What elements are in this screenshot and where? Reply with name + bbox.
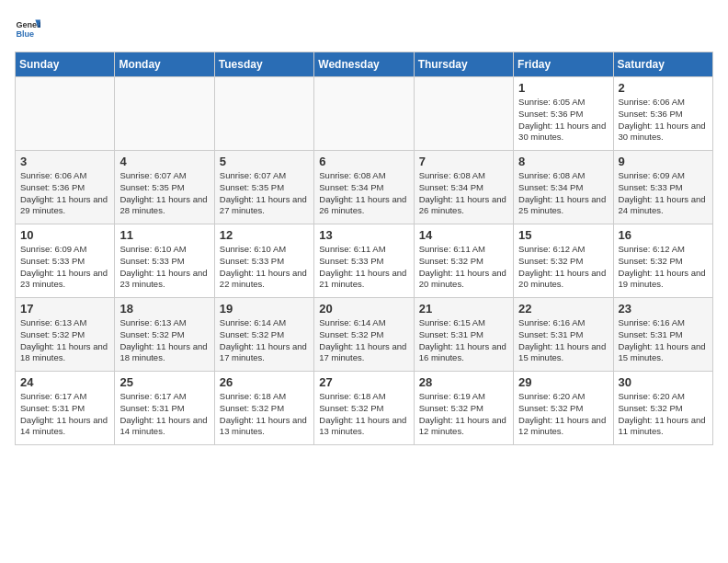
day-info: Sunrise: 6:20 AM Sunset: 5:32 PM Dayligh… [619,391,708,438]
day-number: 15 [518,228,608,242]
calendar-day-cell [314,77,414,151]
calendar-day-cell: 20Sunrise: 6:14 AM Sunset: 5:32 PM Dayli… [314,298,414,372]
calendar-day-cell: 27Sunrise: 6:18 AM Sunset: 5:32 PM Dayli… [314,372,414,445]
day-info: Sunrise: 6:08 AM Sunset: 5:34 PM Dayligh… [319,170,408,217]
day-info: Sunrise: 6:17 AM Sunset: 5:31 PM Dayligh… [119,391,209,438]
day-number: 20 [319,302,408,316]
calendar-day-cell: 11Sunrise: 6:10 AM Sunset: 5:33 PM Dayli… [115,224,214,298]
calendar-day-cell: 15Sunrise: 6:12 AM Sunset: 5:32 PM Dayli… [514,224,613,298]
day-number: 23 [619,302,708,316]
day-number: 29 [518,375,608,389]
calendar-day-cell: 14Sunrise: 6:11 AM Sunset: 5:32 PM Dayli… [414,224,513,298]
page-header: General Blue [15,15,713,40]
day-info: Sunrise: 6:09 AM Sunset: 5:33 PM Dayligh… [20,244,109,291]
day-number: 18 [119,302,209,316]
day-info: Sunrise: 6:19 AM Sunset: 5:32 PM Dayligh… [419,391,508,438]
day-number: 9 [619,155,708,168]
calendar-day-cell: 16Sunrise: 6:12 AM Sunset: 5:32 PM Dayli… [613,224,712,298]
calendar-day-cell: 29Sunrise: 6:20 AM Sunset: 5:32 PM Dayli… [514,372,613,445]
day-info: Sunrise: 6:16 AM Sunset: 5:31 PM Dayligh… [619,317,708,364]
day-number: 17 [20,302,109,316]
calendar-header-cell: Friday [514,52,613,77]
day-info: Sunrise: 6:11 AM Sunset: 5:33 PM Dayligh… [319,244,408,291]
day-info: Sunrise: 6:13 AM Sunset: 5:32 PM Dayligh… [119,317,209,364]
calendar-body: 1Sunrise: 6:05 AM Sunset: 5:36 PM Daylig… [16,77,713,445]
day-info: Sunrise: 6:12 AM Sunset: 5:32 PM Dayligh… [518,244,608,291]
day-info: Sunrise: 6:17 AM Sunset: 5:31 PM Dayligh… [20,391,109,438]
day-number: 5 [220,155,309,168]
calendar-day-cell: 30Sunrise: 6:20 AM Sunset: 5:32 PM Dayli… [613,372,712,445]
day-number: 24 [20,375,109,389]
calendar-day-cell: 18Sunrise: 6:13 AM Sunset: 5:32 PM Dayli… [115,298,214,372]
day-info: Sunrise: 6:16 AM Sunset: 5:31 PM Dayligh… [518,317,608,364]
day-info: Sunrise: 6:15 AM Sunset: 5:31 PM Dayligh… [419,317,508,364]
day-info: Sunrise: 6:11 AM Sunset: 5:32 PM Dayligh… [419,244,508,291]
calendar-day-cell [16,77,115,151]
calendar-week-row: 17Sunrise: 6:13 AM Sunset: 5:32 PM Dayli… [16,298,713,372]
day-info: Sunrise: 6:10 AM Sunset: 5:33 PM Dayligh… [220,244,309,291]
calendar-header-cell: Saturday [613,52,712,77]
calendar-day-cell: 28Sunrise: 6:19 AM Sunset: 5:32 PM Dayli… [414,372,513,445]
calendar-header-cell: Thursday [414,52,513,77]
calendar-day-cell: 3Sunrise: 6:06 AM Sunset: 5:36 PM Daylig… [16,151,115,224]
day-number: 1 [518,81,608,95]
calendar-day-cell: 22Sunrise: 6:16 AM Sunset: 5:31 PM Dayli… [514,298,613,372]
calendar-day-cell: 25Sunrise: 6:17 AM Sunset: 5:31 PM Dayli… [115,372,214,445]
day-info: Sunrise: 6:08 AM Sunset: 5:34 PM Dayligh… [419,170,508,217]
day-info: Sunrise: 6:06 AM Sunset: 5:36 PM Dayligh… [619,97,708,144]
day-info: Sunrise: 6:09 AM Sunset: 5:33 PM Dayligh… [619,170,708,217]
calendar-day-cell [214,77,313,151]
day-number: 2 [619,81,708,95]
day-info: Sunrise: 6:07 AM Sunset: 5:35 PM Dayligh… [119,170,209,217]
calendar-day-cell: 12Sunrise: 6:10 AM Sunset: 5:33 PM Dayli… [214,224,313,298]
day-number: 16 [619,228,708,242]
day-number: 11 [119,228,209,242]
calendar-day-cell: 19Sunrise: 6:14 AM Sunset: 5:32 PM Dayli… [214,298,313,372]
day-number: 28 [419,375,508,389]
calendar-table: SundayMondayTuesdayWednesdayThursdayFrid… [15,52,713,445]
calendar-day-cell [414,77,513,151]
day-number: 4 [119,155,209,168]
calendar-header-cell: Wednesday [314,52,414,77]
calendar-day-cell: 6Sunrise: 6:08 AM Sunset: 5:34 PM Daylig… [314,151,414,224]
calendar-day-cell: 9Sunrise: 6:09 AM Sunset: 5:33 PM Daylig… [613,151,712,224]
day-info: Sunrise: 6:10 AM Sunset: 5:33 PM Dayligh… [119,244,209,291]
day-info: Sunrise: 6:08 AM Sunset: 5:34 PM Dayligh… [518,170,608,217]
day-info: Sunrise: 6:12 AM Sunset: 5:32 PM Dayligh… [619,244,708,291]
day-info: Sunrise: 6:18 AM Sunset: 5:32 PM Dayligh… [220,391,309,438]
calendar-week-row: 10Sunrise: 6:09 AM Sunset: 5:33 PM Dayli… [16,224,713,298]
calendar-day-cell: 23Sunrise: 6:16 AM Sunset: 5:31 PM Dayli… [613,298,712,372]
calendar-day-cell: 24Sunrise: 6:17 AM Sunset: 5:31 PM Dayli… [16,372,115,445]
day-number: 22 [518,302,608,316]
day-info: Sunrise: 6:14 AM Sunset: 5:32 PM Dayligh… [220,317,309,364]
calendar-day-cell [115,77,214,151]
calendar-header-cell: Sunday [16,52,115,77]
day-number: 14 [419,228,508,242]
day-number: 7 [419,155,508,168]
calendar-day-cell: 8Sunrise: 6:08 AM Sunset: 5:34 PM Daylig… [514,151,613,224]
calendar-week-row: 24Sunrise: 6:17 AM Sunset: 5:31 PM Dayli… [16,372,713,445]
day-number: 8 [518,155,608,168]
calendar-day-cell: 13Sunrise: 6:11 AM Sunset: 5:33 PM Dayli… [314,224,414,298]
day-number: 6 [319,155,408,168]
day-number: 13 [319,228,408,242]
day-number: 21 [419,302,508,316]
day-info: Sunrise: 6:18 AM Sunset: 5:32 PM Dayligh… [319,391,408,438]
svg-text:Blue: Blue [16,29,34,39]
day-info: Sunrise: 6:07 AM Sunset: 5:35 PM Dayligh… [220,170,309,217]
day-number: 3 [20,155,109,168]
calendar-header-cell: Monday [115,52,214,77]
calendar-day-cell: 5Sunrise: 6:07 AM Sunset: 5:35 PM Daylig… [214,151,313,224]
day-info: Sunrise: 6:06 AM Sunset: 5:36 PM Dayligh… [20,170,109,217]
calendar-header-cell: Tuesday [214,52,313,77]
calendar-day-cell: 4Sunrise: 6:07 AM Sunset: 5:35 PM Daylig… [115,151,214,224]
day-number: 10 [20,228,109,242]
calendar-header-row: SundayMondayTuesdayWednesdayThursdayFrid… [16,52,713,77]
day-info: Sunrise: 6:05 AM Sunset: 5:36 PM Dayligh… [518,97,608,144]
day-number: 12 [220,228,309,242]
calendar-day-cell: 7Sunrise: 6:08 AM Sunset: 5:34 PM Daylig… [414,151,513,224]
calendar-day-cell: 2Sunrise: 6:06 AM Sunset: 5:36 PM Daylig… [613,77,712,151]
calendar-day-cell: 21Sunrise: 6:15 AM Sunset: 5:31 PM Dayli… [414,298,513,372]
day-info: Sunrise: 6:13 AM Sunset: 5:32 PM Dayligh… [20,317,109,364]
day-number: 26 [220,375,309,389]
